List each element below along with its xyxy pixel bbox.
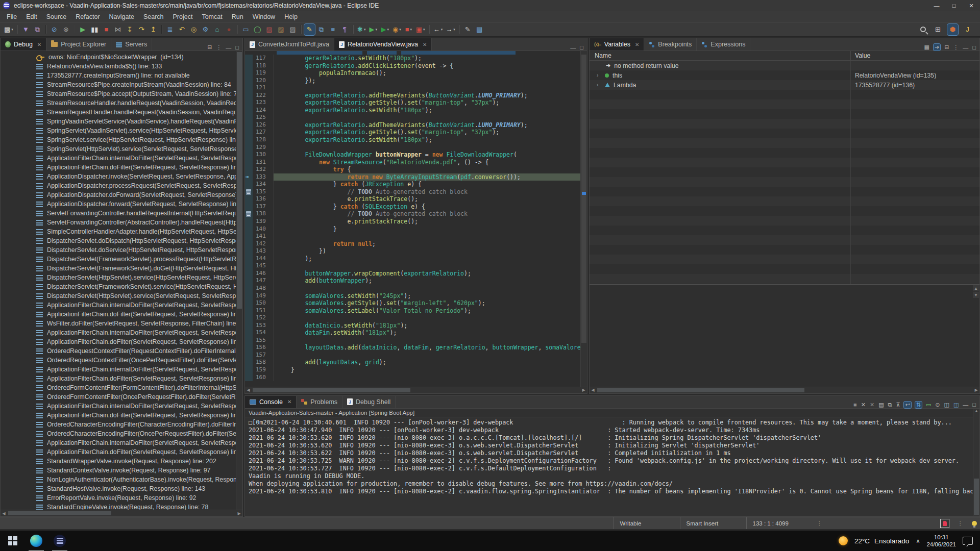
- variables-horizontal-scrollbar[interactable]: ◀ ▶: [590, 387, 979, 393]
- stack-frame[interactable]: owns: NioEndpoint$NioSocketWrapper (id=1…: [1, 53, 242, 62]
- stack-frame[interactable]: ApplicationFilterChain.internalDoFilter(…: [1, 328, 242, 337]
- stack-frame[interactable]: ApplicationDispatcher.doForward(ServletR…: [1, 190, 242, 199]
- menu-window[interactable]: Window: [248, 12, 280, 21]
- minimize-view-button[interactable]: —: [570, 44, 576, 51]
- annotation-gutter[interactable]: [245, 337, 253, 344]
- code-line[interactable]: 123 exportarRelatorio.getStyle().set("ma…: [245, 99, 580, 107]
- stack-frame[interactable]: StandardWrapperValve.invoke(Request, Res…: [1, 457, 242, 466]
- stack-frame[interactable]: DispatcherServlet.doDispatch(HttpServlet…: [1, 236, 242, 245]
- editor-vertical-scrollbar[interactable]: [580, 51, 587, 387]
- build-all-button[interactable]: ⌂: [212, 24, 223, 35]
- stack-frame[interactable]: StandardHostValve.invoke(Request, Respon…: [1, 484, 242, 493]
- code-line[interactable]: 142 return null;: [245, 240, 580, 248]
- stack-frame[interactable]: ApplicationDispatcher.forward(ServletReq…: [1, 199, 242, 209]
- taskbar-eclipse-button[interactable]: [48, 531, 71, 551]
- code-line[interactable]: 139 e.printStackTrace();: [245, 218, 580, 226]
- stack-frame[interactable]: StreamRequestHandler.handleRequest(Vaadi…: [1, 108, 242, 117]
- stack-frame[interactable]: DispatcherServlet.doService(HttpServletR…: [1, 245, 242, 255]
- debug-perspective-button[interactable]: ⬢: [947, 24, 958, 35]
- variable-row[interactable]: ›thisRelatorioVendaView (id=135): [590, 70, 979, 80]
- clear-console-button[interactable]: ▤: [878, 402, 884, 408]
- annotation-gutter[interactable]: [245, 166, 253, 173]
- console-tab-console[interactable]: Console✕: [245, 396, 297, 408]
- debug-vertical-scrollbar[interactable]: [236, 51, 242, 510]
- annotation-gutter[interactable]: [245, 277, 253, 285]
- menu-tomcat[interactable]: Tomcat: [197, 12, 227, 21]
- annotation-gutter[interactable]: [245, 77, 253, 85]
- menu-search[interactable]: Search: [139, 12, 168, 21]
- annotation-gutter[interactable]: [245, 151, 253, 159]
- display-console-button[interactable]: ▭: [240, 24, 251, 35]
- annotation-gutter[interactable]: [245, 233, 253, 240]
- word-wrap-button[interactable]: ↩: [904, 402, 911, 408]
- detail-scrollbar[interactable]: ▲▼: [973, 285, 979, 298]
- minimize-view-button[interactable]: —: [226, 44, 231, 51]
- show-outline-button[interactable]: ≡: [328, 24, 338, 35]
- variables-tab-expressions[interactable]: Expressions: [697, 38, 750, 51]
- stack-frame[interactable]: StandardContextValve.invoke(Request, Res…: [1, 466, 242, 475]
- debug-tab-project-explorer[interactable]: Project Explorer: [46, 38, 111, 51]
- stack-frame[interactable]: ApplicationFilterChain.internalDoFilter(…: [1, 438, 242, 447]
- close-tab-icon[interactable]: ✕: [635, 42, 639, 47]
- mark-occurrences-button[interactable]: ✎: [304, 24, 315, 35]
- maximize-view-button[interactable]: □: [972, 44, 976, 51]
- stack-frame[interactable]: DispatcherServlet(HttpServlet).service(H…: [1, 273, 242, 282]
- console-tab-problems[interactable]: Problems: [297, 396, 342, 408]
- code-line[interactable]: 138 // TODO Auto-generated catch block: [245, 210, 580, 218]
- editor-horizontal-scrollbar[interactable]: ◀ ▶: [245, 387, 587, 393]
- menu-source[interactable]: Source: [42, 12, 71, 21]
- stack-frame[interactable]: ServletForwardingController(AbstractCont…: [1, 218, 242, 227]
- code-line[interactable]: 141: [245, 233, 580, 240]
- show-on-output-button[interactable]: ⇅: [915, 402, 922, 408]
- search-button[interactable]: [918, 24, 928, 35]
- scroll-up-icon[interactable]: ▲: [974, 409, 978, 413]
- stack-frame[interactable]: ApplicationDispatcher.invoke(ServletRequ…: [1, 172, 242, 181]
- annotation-gutter[interactable]: [245, 270, 253, 278]
- variable-detail-pane[interactable]: ▲▼: [590, 284, 979, 387]
- stack-frame[interactable]: ApplicationDispatcher.processRequest(Ser…: [1, 181, 242, 190]
- stack-frame[interactable]: DispatcherServlet(HttpServlet).service(S…: [1, 291, 242, 300]
- scroll-right-icon[interactable]: ▶: [236, 511, 242, 516]
- stack-frame[interactable]: OrderedRequestContextFilter(RequestConte…: [1, 346, 242, 356]
- skip-all-breakpoints-button[interactable]: ⊘: [49, 24, 60, 35]
- open-console-button[interactable]: ◫: [953, 402, 959, 408]
- code-line[interactable]: 140 }: [245, 226, 580, 233]
- last-edit-location-button[interactable]: ✎: [462, 24, 473, 35]
- taskbar-browser-button[interactable]: [24, 531, 48, 551]
- stack-frame[interactable]: StandardEngineValve.invoke(Request, Resp…: [1, 503, 242, 510]
- console-vertical-scrollbar[interactable]: ▲: [973, 409, 979, 517]
- debug-stack-tree[interactable]: owns: NioEndpoint$NioSocketWrapper (id=1…: [1, 51, 242, 510]
- column-header-name[interactable]: Name: [590, 51, 851, 60]
- step-over-button[interactable]: ↷: [136, 24, 147, 35]
- code-line[interactable]: 118 gerarRelatorio.addClickListener(even…: [245, 62, 580, 70]
- toggle-breakpoint-button[interactable]: ●: [224, 24, 234, 35]
- stack-frame[interactable]: DispatcherServlet(FrameworkServlet).proc…: [1, 255, 242, 264]
- stack-frame[interactable]: WsFilter.doFilter(ServletRequest, Servle…: [1, 319, 242, 328]
- code-line[interactable]: 158 add(layoutDatas, grid);: [245, 359, 580, 366]
- stack-frame[interactable]: SimpleControllerHandlerAdapter.handle(Ht…: [1, 227, 242, 236]
- stack-frame[interactable]: SpringServlet(VaadinServlet).service(Htt…: [1, 126, 242, 135]
- annotation-gutter[interactable]: [245, 226, 253, 233]
- maximize-view-button[interactable]: □: [580, 44, 583, 51]
- debug-horizontal-scrollbar[interactable]: ◀ ▶: [1, 510, 242, 516]
- step-into-button[interactable]: ↧: [125, 24, 135, 35]
- annotation-gutter[interactable]: [245, 374, 253, 382]
- menu-refactor[interactable]: Refactor: [71, 12, 104, 21]
- menu-run[interactable]: Run: [227, 12, 248, 21]
- annotation-gutter[interactable]: [245, 314, 253, 322]
- scroll-left-icon[interactable]: ◀: [1, 511, 7, 516]
- annotation-gutter[interactable]: [245, 292, 253, 300]
- code-line[interactable]: 150 somaValores.getStyle().set("margin-l…: [245, 299, 580, 307]
- build-button[interactable]: ⚙: [200, 24, 211, 35]
- annotation-gutter[interactable]: [245, 129, 253, 136]
- expander-icon[interactable]: ›: [597, 72, 601, 78]
- menu-help[interactable]: Help: [280, 12, 302, 21]
- resume-button[interactable]: ▶: [78, 24, 88, 35]
- remove-launch-button[interactable]: ✕: [861, 402, 866, 408]
- stack-frame[interactable]: ApplicationFilterChain.doFilter(ServletR…: [1, 310, 242, 319]
- drop-to-frame-button[interactable]: ↶: [177, 24, 187, 35]
- open-perspective-button[interactable]: ⊞: [933, 24, 943, 35]
- code-line[interactable]: 149 somaValores.setWidth("245px");: [245, 292, 580, 300]
- terminate-console-button[interactable]: ■: [853, 402, 857, 408]
- collapse-all-button[interactable]: ⊟: [944, 44, 949, 51]
